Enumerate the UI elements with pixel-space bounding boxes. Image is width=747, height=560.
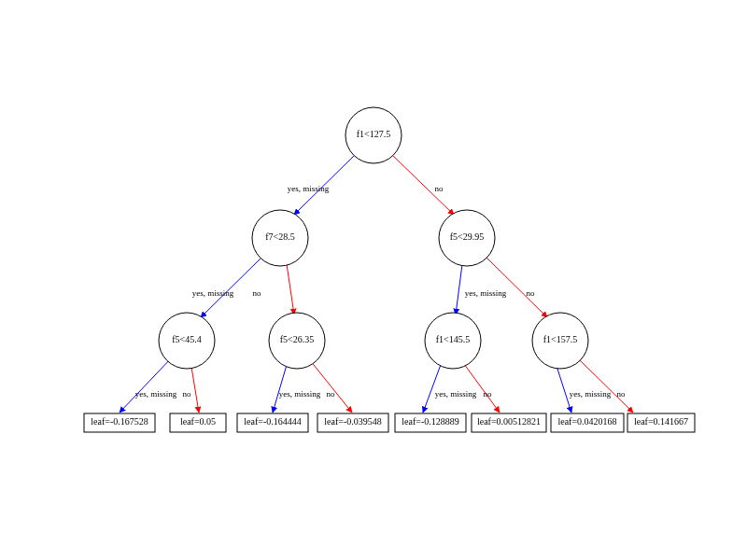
leaf-2: leaf=-0.164444	[237, 413, 308, 432]
edge-l23-leaf7	[577, 357, 633, 413]
edge-label-l1r-l22: yes, missing	[465, 288, 507, 298]
edge-l22-leaf4	[423, 362, 442, 413]
leaf-2-label: leaf=-0.164444	[244, 416, 301, 427]
leaf-0: leaf=-0.167528	[84, 413, 155, 432]
leaf-0-label: leaf=-0.167528	[91, 416, 148, 427]
node-l2-2: f1<145.5	[425, 313, 481, 369]
node-l2-0: f5<45.4	[159, 313, 215, 369]
edge-label-l20-leaf0: yes, missing	[135, 389, 177, 399]
node-l2-3: f1<157.5	[532, 313, 588, 369]
edge-l20-leaf0	[120, 357, 172, 413]
edge-label-l22-leaf4: yes, missing	[435, 389, 477, 399]
decision-tree-diagram: yes, missing no yes, missing no yes, mis…	[0, 0, 747, 560]
node-l1-left-label: f7<28.5	[265, 231, 294, 242]
leaf-3: leaf=-0.039548	[317, 413, 388, 432]
node-l2-1: f5<26.35	[269, 313, 325, 369]
edge-l22-leaf5	[464, 364, 500, 413]
node-l2-2-label: f1<145.5	[436, 334, 470, 344]
edge-l1l-l21	[287, 264, 294, 315]
edge-l21-leaf3	[310, 360, 352, 413]
leaf-4-label: leaf=-0.128889	[402, 416, 458, 427]
node-l2-1-label: f5<26.35	[280, 334, 314, 344]
node-l2-3-label: f1<157.5	[543, 334, 577, 344]
edge-label-l1l-l21: no	[253, 288, 262, 298]
leaf-6: leaf=0.0420168	[551, 413, 624, 432]
edge-label-l22-leaf5: no	[484, 389, 493, 399]
leaf-7: leaf=0.141667	[627, 413, 695, 432]
leaf-5: leaf=0.00512821	[472, 413, 546, 432]
node-l1-left: f7<28.5	[252, 210, 308, 266]
edge-label-l21-leaf3: no	[327, 389, 336, 399]
leaf-7-label: leaf=0.141667	[634, 416, 688, 427]
leaf-1: leaf=0.05	[170, 413, 226, 432]
edge-l1r-l22	[456, 264, 462, 315]
edge-label-l20-leaf1: no	[183, 389, 192, 399]
node-l2-0-label: f5<45.4	[172, 334, 201, 344]
edge-label-l21-leaf2: yes, missing	[279, 389, 321, 399]
node-l1-right-label: f5<29.95	[450, 231, 484, 242]
leaf-5-label: leaf=0.00512821	[477, 416, 541, 427]
edge-root-right	[391, 154, 454, 215]
leaf-4: leaf=-0.128889	[395, 413, 466, 432]
node-root: f1<127.5	[345, 107, 402, 163]
leaf-6-label: leaf=0.0420168	[557, 416, 616, 427]
edge-label-root-left: yes, missing	[288, 184, 330, 193]
edge-label-root-right: no	[435, 184, 444, 193]
edge-label-l23-leaf6: yes, missing	[570, 389, 612, 399]
leaf-3-label: leaf=-0.039548	[324, 416, 381, 427]
edge-label-l23-leaf7: no	[617, 389, 627, 399]
edge-l20-leaf1	[191, 367, 199, 413]
node-l1-right: f5<29.95	[439, 210, 495, 266]
edge-l1l-l20	[201, 257, 262, 317]
node-root-label: f1<127.5	[357, 129, 390, 139]
leaf-1-label: leaf=0.05	[180, 416, 216, 427]
edge-l1r-l23	[486, 257, 547, 317]
edge-label-l1l-l20: yes, missing	[192, 288, 234, 298]
edge-label-l1r-l23: no	[527, 288, 536, 298]
